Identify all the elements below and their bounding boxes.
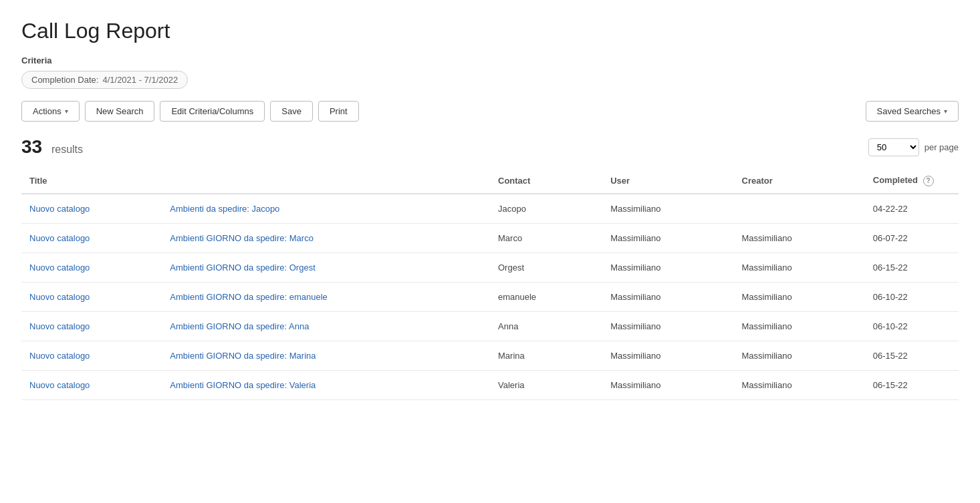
row-creator: Massimiliano bbox=[734, 282, 865, 311]
page-container: Call Log Report Criteria Completion Date… bbox=[0, 0, 980, 419]
row-subtitle-link[interactable]: Ambienti GIORNO da spedire: Marco bbox=[170, 233, 314, 243]
row-creator: Massimiliano bbox=[734, 253, 865, 282]
row-contact: Marco bbox=[490, 223, 602, 253]
row-title-link[interactable]: Nuovo catalogo bbox=[29, 233, 90, 243]
row-subtitle-link[interactable]: Ambienti GIORNO da spedire: Valeria bbox=[170, 380, 316, 390]
criteria-tags: Completion Date: 4/1/2021 - 7/1/2022 bbox=[21, 71, 959, 89]
page-title: Call Log Report bbox=[21, 19, 959, 43]
row-completed: 04-22-22 bbox=[865, 194, 959, 224]
row-subtitle-link[interactable]: Ambienti GIORNO da spedire: emanuele bbox=[170, 292, 328, 302]
table-row: Nuovo catalogoAmbienti GIORNO da spedire… bbox=[21, 341, 959, 370]
filter-value: 4/1/2021 - 7/1/2022 bbox=[102, 75, 178, 85]
filter-label: Completion Date: bbox=[31, 75, 98, 85]
table-row: Nuovo catalogoAmbienti da spedire: Jacop… bbox=[21, 194, 959, 224]
table-header: Title Contact User Creator Completed ? bbox=[21, 168, 959, 194]
per-page-select[interactable]: 10 25 50 100 bbox=[868, 138, 919, 156]
row-user: Massimiliano bbox=[602, 194, 733, 224]
row-contact: Valeria bbox=[490, 370, 602, 399]
row-user: Massimiliano bbox=[602, 223, 733, 253]
row-creator bbox=[734, 194, 865, 224]
row-creator: Massimiliano bbox=[734, 341, 865, 370]
results-count: 33 results bbox=[21, 136, 83, 157]
actions-button[interactable]: Actions ▾ bbox=[21, 101, 80, 122]
table-row: Nuovo catalogoAmbienti GIORNO da spedire… bbox=[21, 253, 959, 282]
criteria-label: Criteria bbox=[21, 55, 959, 65]
col-header-contact: Contact bbox=[490, 168, 602, 194]
print-button[interactable]: Print bbox=[318, 101, 359, 122]
row-subtitle-link[interactable]: Ambienti da spedire: Jacopo bbox=[170, 204, 279, 214]
toolbar-right: Saved Searches ▾ bbox=[866, 101, 959, 122]
row-contact: Orgest bbox=[490, 253, 602, 282]
table-row: Nuovo catalogoAmbienti GIORNO da spedire… bbox=[21, 223, 959, 253]
row-creator: Massimiliano bbox=[734, 370, 865, 399]
row-creator: Massimiliano bbox=[734, 223, 865, 253]
row-completed: 06-07-22 bbox=[865, 223, 959, 253]
chevron-down-icon: ▾ bbox=[65, 108, 68, 115]
chevron-down-icon: ▾ bbox=[944, 108, 947, 115]
col-header-user: User bbox=[602, 168, 733, 194]
row-user: Massimiliano bbox=[602, 370, 733, 399]
row-subtitle-link[interactable]: Ambienti GIORNO da spedire: Orgest bbox=[170, 263, 315, 273]
completed-help-icon[interactable]: ? bbox=[923, 176, 934, 186]
row-completed: 06-10-22 bbox=[865, 282, 959, 311]
save-button[interactable]: Save bbox=[270, 101, 313, 122]
row-completed: 06-15-22 bbox=[865, 370, 959, 399]
saved-searches-button[interactable]: Saved Searches ▾ bbox=[866, 101, 959, 122]
toolbar-left: Actions ▾ New Search Edit Criteria/Colum… bbox=[21, 101, 359, 122]
row-contact: Marina bbox=[490, 341, 602, 370]
row-title-link[interactable]: Nuovo catalogo bbox=[29, 292, 90, 302]
row-user: Massimiliano bbox=[602, 282, 733, 311]
row-completed: 06-15-22 bbox=[865, 253, 959, 282]
row-creator: Massimiliano bbox=[734, 311, 865, 341]
col-header-creator: Creator bbox=[734, 168, 865, 194]
row-subtitle-link[interactable]: Ambienti GIORNO da spedire: Anna bbox=[170, 321, 309, 331]
per-page-area: 10 25 50 100 per page bbox=[868, 138, 959, 156]
results-table: Title Contact User Creator Completed ? bbox=[21, 168, 959, 400]
row-user: Massimiliano bbox=[602, 253, 733, 282]
row-completed: 06-15-22 bbox=[865, 341, 959, 370]
row-contact: Jacopo bbox=[490, 194, 602, 224]
completion-date-filter: Completion Date: 4/1/2021 - 7/1/2022 bbox=[21, 71, 188, 89]
col-header-completed: Completed ? bbox=[865, 168, 959, 194]
row-completed: 06-10-22 bbox=[865, 311, 959, 341]
edit-criteria-button[interactable]: Edit Criteria/Columns bbox=[160, 101, 265, 122]
col-header-subtitle bbox=[162, 168, 490, 194]
row-title-link[interactable]: Nuovo catalogo bbox=[29, 321, 90, 331]
table-row: Nuovo catalogoAmbienti GIORNO da spedire… bbox=[21, 370, 959, 399]
row-title-link[interactable]: Nuovo catalogo bbox=[29, 204, 90, 214]
row-user: Massimiliano bbox=[602, 341, 733, 370]
row-contact: Anna bbox=[490, 311, 602, 341]
row-title-link[interactable]: Nuovo catalogo bbox=[29, 380, 90, 390]
row-user: Massimiliano bbox=[602, 311, 733, 341]
row-title-link[interactable]: Nuovo catalogo bbox=[29, 263, 90, 273]
row-contact: emanuele bbox=[490, 282, 602, 311]
table-row: Nuovo catalogoAmbienti GIORNO da spedire… bbox=[21, 282, 959, 311]
col-header-title: Title bbox=[21, 168, 162, 194]
results-bar: 33 results 10 25 50 100 per page bbox=[21, 136, 959, 158]
new-search-button[interactable]: New Search bbox=[85, 101, 155, 122]
toolbar: Actions ▾ New Search Edit Criteria/Colum… bbox=[21, 101, 959, 122]
table-body: Nuovo catalogoAmbienti da spedire: Jacop… bbox=[21, 194, 959, 400]
table-row: Nuovo catalogoAmbienti GIORNO da spedire… bbox=[21, 311, 959, 341]
results-count-area: 33 results bbox=[21, 136, 83, 158]
row-title-link[interactable]: Nuovo catalogo bbox=[29, 351, 90, 361]
row-subtitle-link[interactable]: Ambienti GIORNO da spedire: Marina bbox=[170, 351, 316, 361]
